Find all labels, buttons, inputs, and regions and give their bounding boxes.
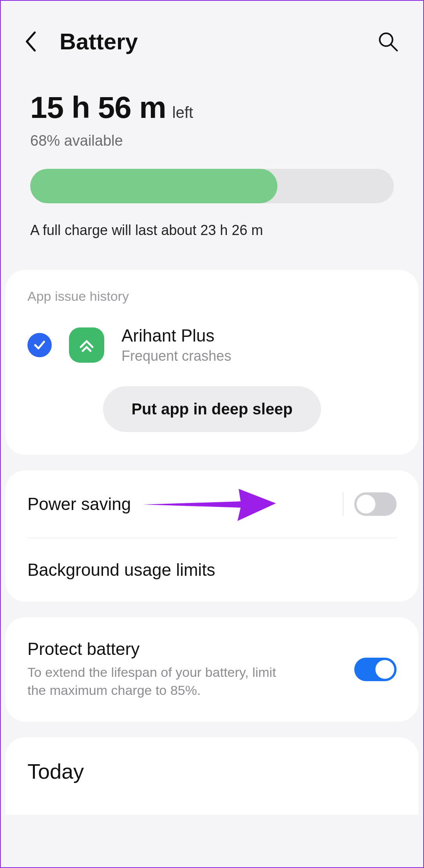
battery-available: 68% available (30, 132, 394, 149)
battery-bar-fill (30, 169, 277, 203)
page-title: Battery (60, 28, 376, 54)
battery-summary: 15 h 56 m left 68% available A full char… (1, 66, 423, 254)
svg-line-1 (391, 45, 397, 51)
background-usage-label: Background usage limits (27, 560, 397, 580)
app-name: Arihant Plus (121, 326, 231, 345)
app-icon (69, 327, 104, 363)
today-card: Today (5, 737, 419, 815)
protect-battery-card: Protect battery To extend the lifespan o… (5, 617, 419, 722)
time-remaining-suffix: left (172, 104, 193, 121)
protect-battery-row[interactable]: Protect battery To extend the lifespan o… (5, 617, 419, 722)
power-saving-toggle[interactable] (354, 492, 397, 516)
app-issue-section-label: App issue history (27, 289, 397, 304)
power-settings-card: Power saving Background usage limits (5, 470, 419, 602)
power-saving-row[interactable]: Power saving (5, 470, 419, 538)
app-issue-description: Frequent crashes (121, 348, 231, 364)
background-usage-row[interactable]: Background usage limits (5, 538, 419, 602)
protect-battery-toggle[interactable] (354, 658, 397, 681)
check-icon (27, 333, 52, 357)
toggle-separator (343, 492, 343, 516)
app-issue-card: App issue history Arihant Plus Frequent … (5, 270, 419, 455)
deep-sleep-button[interactable]: Put app in deep sleep (103, 386, 321, 432)
today-title: Today (27, 759, 397, 783)
full-charge-estimate: A full charge will last about 23 h 26 m (30, 222, 394, 239)
search-icon[interactable] (376, 30, 400, 53)
app-issue-row[interactable]: Arihant Plus Frequent crashes (27, 326, 397, 364)
protect-battery-label: Protect battery (27, 639, 354, 659)
protect-battery-description: To extend the lifespan of your battery, … (27, 664, 294, 700)
header-bar: Battery (1, 1, 423, 66)
time-remaining-value: 15 h 56 m (30, 90, 166, 125)
power-saving-label: Power saving (27, 494, 332, 514)
back-icon[interactable] (24, 30, 48, 53)
battery-bar[interactable] (30, 169, 394, 203)
time-remaining: 15 h 56 m left (30, 90, 394, 125)
